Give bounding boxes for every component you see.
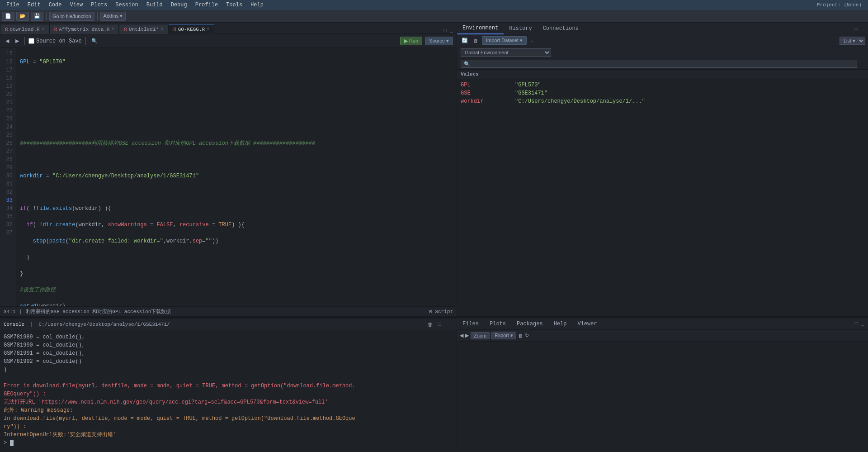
tab-close-go-kegg[interactable]: × xyxy=(207,27,209,32)
console-tab-bar: Console | C:/Users/chengye/Desktop/analy… xyxy=(0,319,457,330)
maximize-bottom-right-button[interactable]: □ xyxy=(853,321,860,327)
code-editor[interactable]: 15 16 17 18 19 20 21 22 23 24 25 26 27 2… xyxy=(0,48,457,306)
tab-close-untitled1[interactable]: × xyxy=(160,27,163,32)
env-row-gse: GSE "GSE31471" xyxy=(461,89,864,97)
menu-view[interactable]: View xyxy=(66,1,86,9)
addins-button[interactable]: Addins ▾ xyxy=(100,12,126,21)
new-file-button[interactable]: 📄 xyxy=(2,12,14,21)
minimize-bottom-right-button[interactable]: _ xyxy=(859,321,868,327)
right-content: Values GPL "GPL570" GSE "GSE31471" workd… xyxy=(457,70,868,316)
maximize-right-button[interactable]: □ xyxy=(853,26,860,31)
tab-help[interactable]: Help xyxy=(548,319,572,329)
forward-plots-button[interactable]: ▶ xyxy=(465,333,469,338)
menu-file[interactable]: File xyxy=(3,1,23,9)
line-num: 32 xyxy=(2,188,13,196)
minimize-editor-button[interactable]: _ xyxy=(448,28,455,33)
refresh-env-button[interactable]: 🔄 xyxy=(460,37,470,44)
menu-profile[interactable]: Profile xyxy=(192,1,222,9)
code-lines[interactable]: GPL = "GPL570" ######################利用获… xyxy=(16,48,457,306)
menu-edit[interactable]: Edit xyxy=(24,1,44,9)
line-num: 26 xyxy=(2,139,13,147)
tab-connections[interactable]: Connections xyxy=(538,23,584,34)
editor-pane: R download.R × R Affymetrix_data.R × R U… xyxy=(0,23,457,316)
code-line-28: } xyxy=(20,270,453,278)
line-num: 20 xyxy=(2,90,13,99)
menu-build[interactable]: Build xyxy=(143,1,166,9)
save-button[interactable]: 💾 xyxy=(31,12,43,21)
new-file-icon: 📄 xyxy=(5,13,11,19)
tab-close-download[interactable]: × xyxy=(42,27,44,32)
line-num: 18 xyxy=(2,74,13,82)
tab-go-kegg[interactable]: R GO-KEGG.R × xyxy=(168,24,214,34)
tab-viewer[interactable]: Viewer xyxy=(572,319,602,329)
clear-console-button[interactable]: 🗑 xyxy=(428,322,433,327)
line-num: 28 xyxy=(2,156,13,164)
env-row-workdir: workdir "C:/Users/chengye/Desktop/analys… xyxy=(461,97,864,105)
env-search-bar xyxy=(457,58,868,70)
clear-env-button[interactable]: 🗑 xyxy=(472,37,480,44)
delete-plot-button[interactable]: 🗑 xyxy=(518,333,523,338)
expand-env-button[interactable]: ≡ xyxy=(528,37,535,44)
tab-files[interactable]: Files xyxy=(457,319,484,329)
tab-close-affymetrix[interactable]: × xyxy=(111,27,114,32)
minimize-console-button[interactable]: _ xyxy=(446,322,453,327)
back-icon: ◀ xyxy=(5,38,9,44)
menu-bar: File Edit Code View Plots Session Build … xyxy=(0,0,868,10)
env-search-input[interactable] xyxy=(461,60,857,68)
console-error-line-3: 无法打开URL 'https://www.ncbi.nlm.nih.gov/ge… xyxy=(4,398,453,406)
project-label: Project: (None) xyxy=(817,2,865,8)
import-dataset-button[interactable]: Import Dataset ▾ xyxy=(482,36,527,45)
line-num: 21 xyxy=(2,99,13,107)
maximize-editor-button[interactable]: □ xyxy=(442,28,448,33)
tab-label-download: download.R xyxy=(10,27,40,32)
console-error-line-2: GEOquery")) : xyxy=(4,390,453,398)
console-tab-label: Console xyxy=(4,322,24,327)
line-num: 25 xyxy=(2,131,13,139)
menu-code[interactable]: Code xyxy=(45,1,66,9)
line-num: 30 xyxy=(2,172,13,180)
tab-untitled1[interactable]: R Untitled1* × xyxy=(119,24,168,34)
bottom-section: Console | C:/Users/chengye/Desktop/analy… xyxy=(0,316,868,452)
global-env-select[interactable]: Global Environment xyxy=(461,48,551,57)
source-button[interactable]: Source ▾ xyxy=(425,37,453,45)
console-warning-line-4: InternetOpenUrl失败:'安全频道支持出错' xyxy=(4,431,453,439)
console-line-4: GSM781992 = col_double() xyxy=(4,357,453,366)
r-file-icon: R xyxy=(5,27,8,32)
line-num: 17 xyxy=(2,66,13,74)
forward-button[interactable]: ▶ xyxy=(14,37,21,45)
right-panel: Environment History Connections □ _ 🔄 🗑 … xyxy=(457,23,868,316)
refresh-plots-button[interactable]: ↻ xyxy=(525,333,529,338)
export-button[interactable]: Export ▾ xyxy=(491,332,516,339)
go-to-function-button[interactable]: Go to file/function xyxy=(49,12,94,21)
search-icon-button[interactable]: 🔍 xyxy=(90,37,99,45)
main-toolbar: 📄 📂 💾 Go to file/function Addins ▾ xyxy=(0,10,868,23)
tab-download-r[interactable]: R download.R × xyxy=(0,24,49,34)
back-button[interactable]: ◀ xyxy=(4,37,11,45)
console-content[interactable]: GSM781989 = col_double(), GSM781990 = co… xyxy=(0,330,457,452)
tab-packages[interactable]: Packages xyxy=(511,319,548,329)
menu-help[interactable]: Help xyxy=(247,1,267,9)
tab-label-go-kegg: GO-KEGG.R xyxy=(178,27,205,32)
code-line-26: stop(paste("dir.create failed: workdir="… xyxy=(20,237,453,245)
bottom-right-pane: Files Plots Packages Help Viewer □ _ ◀ ▶… xyxy=(457,318,868,452)
source-on-save-checkbox[interactable] xyxy=(28,38,34,44)
back-plots-button[interactable]: ◀ xyxy=(460,333,463,338)
list-select[interactable]: List ▾ xyxy=(840,37,865,45)
tab-plots[interactable]: Plots xyxy=(484,319,511,329)
menu-plots[interactable]: Plots xyxy=(87,1,111,9)
menu-tools[interactable]: Tools xyxy=(222,1,246,9)
menu-debug[interactable]: Debug xyxy=(167,1,191,9)
tab-affymetrix[interactable]: R Affymetrix_data.R × xyxy=(49,24,119,34)
line-num: 31 xyxy=(2,180,13,188)
go-to-function-label: Go to file/function xyxy=(52,14,91,19)
menu-session[interactable]: Session xyxy=(112,1,142,9)
run-button[interactable]: ▶ Run xyxy=(400,37,422,45)
zoom-button[interactable]: Zoom xyxy=(471,332,490,339)
console-prompt-line[interactable]: > xyxy=(4,439,453,447)
maximize-console-button[interactable]: □ xyxy=(436,322,443,327)
bottom-right-tab-bar: Files Plots Packages Help Viewer □ _ xyxy=(457,318,868,330)
minimize-right-button[interactable]: _ xyxy=(859,26,868,31)
open-file-button[interactable]: 📂 xyxy=(16,12,29,21)
tab-history[interactable]: History xyxy=(504,23,537,34)
tab-environment[interactable]: Environment xyxy=(457,23,504,34)
